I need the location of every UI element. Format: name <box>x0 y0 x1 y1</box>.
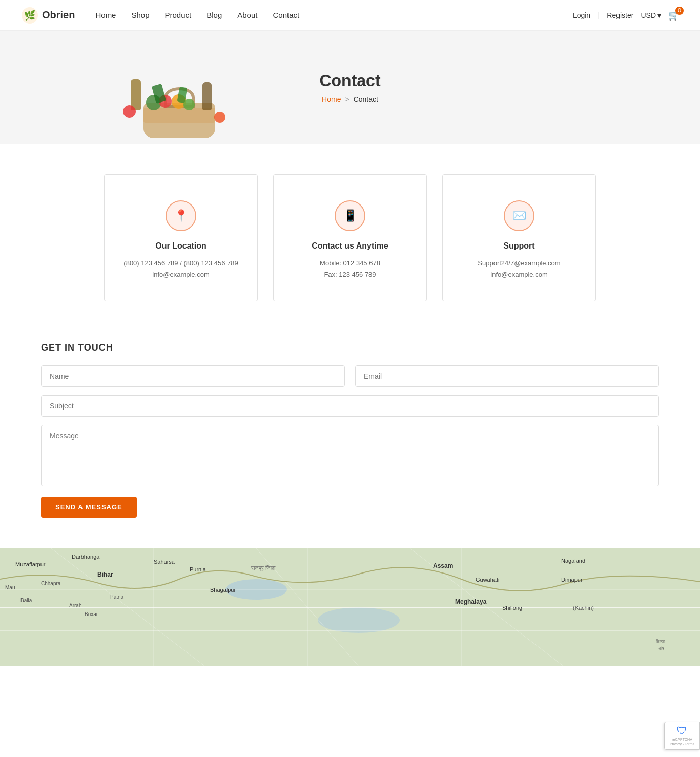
svg-point-4 <box>318 607 400 633</box>
svg-text:Assam: Assam <box>433 562 453 569</box>
svg-text:Shillong: Shillong <box>502 605 522 611</box>
svg-text:Arrah: Arrah <box>69 603 81 608</box>
location-card-text: (800) 123 456 789 / (800) 123 456 789 in… <box>123 258 238 280</box>
location-card: 📍 Our Location (800) 123 456 789 / (800)… <box>104 174 258 301</box>
info-cards-section: 📍 Our Location (800) 123 456 789 / (800)… <box>0 144 700 322</box>
location-icon: 📍 <box>174 209 188 222</box>
nav-blog[interactable]: Blog <box>207 11 222 19</box>
svg-text:राजपूर जिला: राजपूर जिला <box>251 565 276 571</box>
subject-input[interactable] <box>41 395 659 417</box>
contact-card-title: Contact us Anytime <box>312 241 388 251</box>
email-input[interactable] <box>355 365 659 387</box>
contact-card-text: Mobile: 012 345 678 Fax: 123 456 789 <box>320 258 380 280</box>
navbar: 🌿 Obrien Home Shop Product Blog About Co… <box>0 0 700 31</box>
svg-text:Meghalaya: Meghalaya <box>455 598 487 605</box>
svg-text:Patna: Patna <box>110 594 124 600</box>
chevron-down-icon: ▾ <box>657 11 661 19</box>
map-placeholder: Muzaffarpur Darbhanga Bihar Saharsa Purn… <box>0 548 700 666</box>
email-icon-circle: ✉️ <box>504 200 534 231</box>
nav-links: Home Shop Product Blog About Contact <box>95 11 572 20</box>
cart-badge: 0 <box>675 7 684 15</box>
breadcrumb: Home > Contact <box>319 95 380 104</box>
location-icon-circle: 📍 <box>166 200 196 231</box>
svg-text:Saharsa: Saharsa <box>154 559 175 565</box>
svg-text:Mau: Mau <box>5 585 15 590</box>
svg-text:Chhapra: Chhapra <box>41 581 61 586</box>
svg-text:Muzaffarpur: Muzaffarpur <box>15 561 46 567</box>
svg-text:Purnia: Purnia <box>190 566 207 572</box>
nav-divider: | <box>598 11 600 20</box>
svg-text:Balia: Balia <box>20 598 32 603</box>
svg-text:Darbhanga: Darbhanga <box>72 554 100 560</box>
cart-button[interactable]: 🛒 0 <box>668 10 680 21</box>
hero-section: Contact Home > Contact <box>0 31 700 144</box>
phone-icon-circle: 📱 <box>335 200 365 231</box>
message-textarea[interactable] <box>41 425 659 486</box>
support-card-title: Support <box>503 241 534 251</box>
svg-text:মিজো: মিজো <box>656 639 665 644</box>
svg-text:(Kachin): (Kachin) <box>573 605 594 611</box>
name-email-row <box>41 365 659 387</box>
nav-contact[interactable]: Contact <box>273 11 299 19</box>
breadcrumb-separator: > <box>345 95 349 104</box>
name-input[interactable] <box>41 365 345 387</box>
svg-text:রাম: রাম <box>658 645 664 651</box>
logo[interactable]: 🌿 Obrien <box>20 6 75 25</box>
map-section: Muzaffarpur Darbhanga Bihar Saharsa Purn… <box>0 548 700 666</box>
register-link[interactable]: Register <box>607 11 633 19</box>
breadcrumb-home[interactable]: Home <box>322 95 341 104</box>
nav-about[interactable]: About <box>237 11 257 19</box>
page-title: Contact <box>319 71 380 90</box>
svg-text:Guwahati: Guwahati <box>476 577 499 583</box>
nav-home[interactable]: Home <box>95 11 116 19</box>
subject-row <box>41 395 659 417</box>
support-card-text: Support24/7@example.com info@example.com <box>478 258 560 280</box>
location-card-title: Our Location <box>155 241 207 251</box>
contact-form-section: GET IN TOUCH SEND A MESSAGE <box>0 322 700 548</box>
svg-text:🌿: 🌿 <box>24 10 36 21</box>
hero-content: Contact Home > Contact <box>319 71 380 104</box>
email-icon: ✉️ <box>512 209 526 222</box>
map-svg: Muzaffarpur Darbhanga Bihar Saharsa Purn… <box>0 548 700 666</box>
support-card: ✉️ Support Support24/7@example.com info@… <box>442 174 596 301</box>
send-message-button[interactable]: SEND A MESSAGE <box>41 497 137 518</box>
svg-text:Bhagalpur: Bhagalpur <box>210 587 236 593</box>
nav-shop[interactable]: Shop <box>131 11 149 19</box>
phone-icon: 📱 <box>343 209 357 222</box>
hero-illustration <box>82 36 277 138</box>
brand-name: Obrien <box>42 9 75 21</box>
nav-right: Login | Register USD ▾ 🛒 0 <box>573 10 680 21</box>
svg-text:Nagaland: Nagaland <box>561 558 585 564</box>
contact-form-title: GET IN TOUCH <box>41 342 659 353</box>
logo-icon: 🌿 <box>20 6 39 25</box>
svg-text:Dimapur: Dimapur <box>561 577 583 583</box>
nav-product[interactable]: Product <box>165 11 192 19</box>
svg-text:Buxar: Buxar <box>85 611 98 617</box>
currency-selector[interactable]: USD ▾ <box>641 11 661 19</box>
contact-card: 📱 Contact us Anytime Mobile: 012 345 678… <box>273 174 427 301</box>
svg-text:Bihar: Bihar <box>97 571 113 578</box>
login-link[interactable]: Login <box>573 11 590 19</box>
breadcrumb-current: Contact <box>354 95 378 104</box>
